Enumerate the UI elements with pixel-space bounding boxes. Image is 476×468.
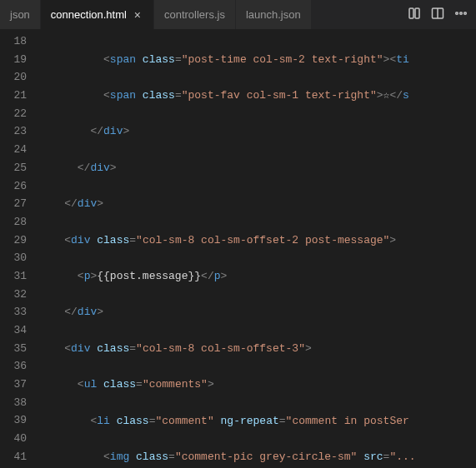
line-number: 38 [0, 394, 27, 412]
tab-label: controllers.js [164, 8, 225, 21]
code-line[interactable]: <li class="comment" ng-repeat="comment i… [38, 412, 476, 431]
line-number: 28 [0, 213, 27, 232]
code-line[interactable]: </div> [38, 122, 476, 141]
line-number: 20 [0, 68, 27, 87]
line-number: 21 [0, 87, 27, 105]
line-number: 32 [0, 286, 27, 304]
line-number: 40 [0, 430, 27, 448]
line-number-gutter: 18 19 20 21 22 23 24 25 26 27 28 29 30 3… [0, 30, 38, 468]
more-icon[interactable] [454, 7, 468, 23]
code-editor[interactable]: 18 19 20 21 22 23 24 25 26 27 28 29 30 3… [0, 30, 476, 468]
svg-point-6 [464, 12, 467, 14]
line-number: 33 [0, 303, 27, 321]
code-line[interactable]: <ul class="comments"> [38, 376, 476, 394]
split-editor-icon[interactable] [431, 7, 444, 23]
code-line[interactable]: </div> [38, 159, 476, 177]
tab-label: json [10, 8, 30, 21]
code-line[interactable]: <span class="post-fav col-sm-1 text-righ… [38, 87, 476, 105]
code-area[interactable]: <span class="post-time col-sm-2 text-rig… [38, 30, 476, 468]
tab-controllers-js[interactable]: controllers.js [154, 0, 236, 29]
code-line[interactable]: <div class="col-sm-8 col-sm-offset-2 pos… [38, 232, 476, 250]
code-line[interactable]: </div> [38, 195, 476, 213]
line-number: 23 [0, 122, 27, 141]
code-line[interactable]: <p>{{post.message}}</p> [38, 267, 476, 286]
tab-label: launch.json [246, 8, 301, 21]
line-number: 34 [0, 321, 27, 340]
close-icon[interactable]: × [132, 9, 143, 21]
svg-rect-1 [415, 8, 419, 18]
tab-bar: json connection.html × controllers.js la… [0, 0, 476, 30]
tab-launch-json[interactable]: launch.json [236, 0, 312, 29]
svg-rect-0 [409, 8, 413, 18]
compare-icon[interactable] [408, 7, 421, 23]
line-number: 26 [0, 177, 27, 196]
line-number: 35 [0, 340, 27, 358]
line-number: 37 [0, 376, 27, 394]
editor-actions [399, 0, 476, 29]
line-number: 29 [0, 232, 27, 250]
code-line[interactable]: </div> [38, 303, 476, 321]
tab-label: connection.html [51, 8, 127, 21]
line-number: 41 [0, 448, 27, 466]
line-number: 39 [0, 411, 27, 430]
code-line[interactable]: <img class="comment-pic grey-circle-sm" … [38, 448, 476, 466]
line-number: 31 [0, 267, 27, 286]
svg-point-4 [456, 12, 458, 14]
line-number: 19 [0, 51, 27, 69]
code-line[interactable]: <div class="col-sm-8 col-sm-offset-3"> [38, 340, 476, 358]
code-line[interactable]: <span class="post-time col-sm-2 text-rig… [38, 51, 476, 69]
line-number: 27 [0, 195, 27, 213]
line-number: 30 [0, 249, 27, 267]
line-number: 36 [0, 357, 27, 376]
line-number: 24 [0, 141, 27, 159]
svg-point-5 [460, 12, 463, 14]
line-number: 25 [0, 159, 27, 177]
line-number: 22 [0, 105, 27, 123]
tab-connection-html[interactable]: connection.html × [41, 0, 154, 29]
line-number: 18 [0, 32, 27, 51]
tab-json[interactable]: json [0, 0, 41, 29]
